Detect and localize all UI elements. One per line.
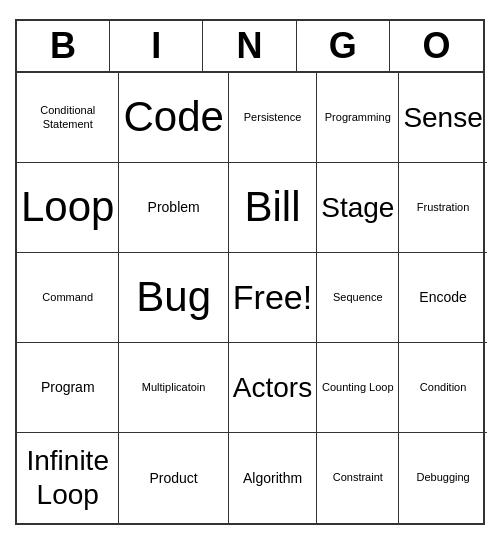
bingo-cell: Command [17, 253, 119, 343]
bingo-header: BINGO [17, 21, 483, 73]
cell-text: Free! [233, 277, 312, 318]
bingo-cell: Loop [17, 163, 119, 253]
header-letter: G [297, 21, 390, 71]
bingo-grid: Conditional StatementCodePersistenceProg… [17, 73, 483, 523]
bingo-cell: Free! [229, 253, 317, 343]
bingo-cell: Persistence [229, 73, 317, 163]
cell-text: Code [123, 92, 223, 142]
bingo-cell: Sense [399, 73, 486, 163]
bingo-cell: Frustration [399, 163, 486, 253]
cell-text: Algorithm [243, 470, 302, 487]
header-letter: I [110, 21, 203, 71]
cell-text: Bug [136, 272, 211, 322]
bingo-cell: Product [119, 433, 228, 523]
bingo-cell: Code [119, 73, 228, 163]
bingo-cell: Stage [317, 163, 399, 253]
header-letter: N [203, 21, 296, 71]
bingo-cell: Infinite Loop [17, 433, 119, 523]
bingo-cell: Encode [399, 253, 486, 343]
bingo-cell: Sequence [317, 253, 399, 343]
bingo-cell: Actors [229, 343, 317, 433]
bingo-cell: Constraint [317, 433, 399, 523]
bingo-cell: Condition [399, 343, 486, 433]
header-letter: B [17, 21, 110, 71]
cell-text: Frustration [417, 201, 470, 214]
bingo-cell: Programming [317, 73, 399, 163]
cell-text: Counting Loop [322, 381, 394, 394]
cell-text: Bill [245, 182, 301, 232]
cell-text: Actors [233, 371, 312, 405]
bingo-cell: Bill [229, 163, 317, 253]
cell-text: Stage [321, 191, 394, 225]
cell-text: Debugging [416, 471, 469, 484]
cell-text: Conditional Statement [21, 104, 114, 130]
cell-text: Programming [325, 111, 391, 124]
cell-text: Condition [420, 381, 466, 394]
cell-text: Product [150, 470, 198, 487]
header-letter: O [390, 21, 483, 71]
cell-text: Persistence [244, 111, 301, 124]
bingo-cell: Multiplicatoin [119, 343, 228, 433]
cell-text: Sequence [333, 291, 383, 304]
bingo-cell: Counting Loop [317, 343, 399, 433]
cell-text: Sense [403, 101, 482, 135]
bingo-cell: Conditional Statement [17, 73, 119, 163]
cell-text: Infinite Loop [21, 444, 114, 511]
bingo-card: BINGO Conditional StatementCodePersisten… [15, 19, 485, 525]
cell-text: Loop [21, 182, 114, 232]
bingo-cell: Program [17, 343, 119, 433]
bingo-cell: Bug [119, 253, 228, 343]
cell-text: Program [41, 379, 95, 396]
cell-text: Problem [148, 199, 200, 216]
bingo-cell: Problem [119, 163, 228, 253]
bingo-cell: Algorithm [229, 433, 317, 523]
cell-text: Encode [419, 289, 466, 306]
cell-text: Command [42, 291, 93, 304]
cell-text: Constraint [333, 471, 383, 484]
bingo-cell: Debugging [399, 433, 486, 523]
cell-text: Multiplicatoin [142, 381, 206, 394]
